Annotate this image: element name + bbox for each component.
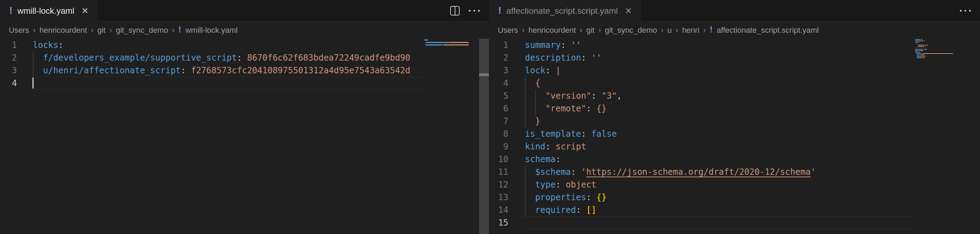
minimap-line <box>424 40 428 41</box>
minimap-line <box>924 46 926 47</box>
tab-wmill-lock-yaml[interactable]: ! wmill-lock.yaml ✕ <box>0 0 98 22</box>
minimap-line <box>915 49 923 50</box>
code-text: required: [] <box>525 204 596 217</box>
line-number: 2 <box>489 51 508 64</box>
code-text: f/developers_example/supportive_script: … <box>33 51 410 64</box>
breadcrumb-item[interactable]: git_sync_demo <box>116 26 168 35</box>
code-line[interactable]: 4 { <box>489 77 914 90</box>
line-number: 3 <box>489 64 508 77</box>
breadcrumb-separator-icon: › <box>33 26 35 35</box>
code-text: u/henri/affectionate_script: f2768573cfc… <box>33 64 410 77</box>
minimap-line <box>425 42 449 43</box>
line-number: 13 <box>489 191 508 204</box>
scrollbar-right[interactable] <box>970 39 970 234</box>
close-tab-icon[interactable]: ✕ <box>625 6 632 16</box>
code-line[interactable]: 13 properties: {} <box>489 191 914 204</box>
yaml-file-icon: ! <box>710 25 713 35</box>
editor-left[interactable]: 1locks:2 f/developers_example/supportive… <box>0 39 424 234</box>
code-line[interactable]: 5 "version": "3", <box>489 90 914 102</box>
vscode-split-editor: ! wmill-lock.yaml ✕ Users›henricourdent›… <box>0 0 980 234</box>
code-line[interactable]: 1locks: <box>0 39 424 51</box>
scrollbar-left[interactable] <box>479 39 489 234</box>
editor-right[interactable]: 1summary: ''2description: ''3lock: |4 {5… <box>489 39 914 234</box>
code-text: } <box>525 115 540 128</box>
code-line[interactable]: 2description: '' <box>489 51 914 64</box>
minimap-line <box>918 45 924 46</box>
code-line[interactable]: 9kind: script <box>489 140 914 153</box>
tab-affectionate-script-yaml[interactable]: ! affectionate_script.script.yaml ✕ <box>489 0 641 22</box>
code-line[interactable]: 14 required: [] <box>489 204 914 217</box>
code-line[interactable]: 6 "remote": {} <box>489 102 914 115</box>
minimap-right[interactable] <box>914 39 967 234</box>
breadcrumb-item[interactable]: Users <box>498 26 518 35</box>
current-line-highlight <box>31 77 424 90</box>
breadcrumb-item[interactable]: git <box>97 26 105 35</box>
breadcrumb-item[interactable]: u <box>668 26 672 35</box>
breadcrumb-separator-icon: › <box>110 26 112 35</box>
code-text: { <box>525 77 540 90</box>
minimap-line <box>916 47 917 48</box>
minimap-line <box>921 39 923 40</box>
code-text: kind: script <box>525 140 586 153</box>
code-line[interactable]: 7 } <box>489 115 914 128</box>
minimap-line <box>916 53 921 54</box>
minimap-line <box>924 49 928 50</box>
breadcrumb-file[interactable]: wmill-lock.yaml <box>185 26 238 35</box>
line-number: 8 <box>489 128 508 140</box>
split-editor-icon[interactable] <box>450 6 460 16</box>
more-actions-icon[interactable] <box>469 10 480 12</box>
minimap-line <box>919 55 920 55</box>
minimap-line <box>923 53 953 54</box>
minimap-line <box>916 56 923 57</box>
code-line[interactable]: 4 <box>0 77 424 90</box>
code-line[interactable]: 8is_template: false <box>489 128 914 140</box>
minimap-line <box>919 51 923 51</box>
code-line[interactable]: 2 f/developers_example/supportive_script… <box>0 51 424 64</box>
code-line[interactable]: 12 type: object <box>489 178 914 191</box>
breadcrumb-left: Users›henricourdent›git›git_sync_demo›!w… <box>0 22 489 39</box>
minimap-line <box>920 55 924 55</box>
breadcrumb-item[interactable]: henricourdent <box>40 26 87 35</box>
minimap-line <box>916 55 919 55</box>
code-line[interactable]: 1summary: '' <box>489 39 914 51</box>
code-text: "version": "3", <box>525 90 622 102</box>
line-number: 6 <box>489 102 508 115</box>
line-number: 4 <box>489 77 508 90</box>
minimap-line <box>923 56 924 57</box>
more-actions-icon[interactable] <box>960 10 971 12</box>
minimap-line <box>449 42 449 43</box>
minimap-line <box>920 39 920 40</box>
yaml-file-icon: ! <box>498 6 501 16</box>
breadcrumb-separator-icon: › <box>91 26 93 35</box>
breadcrumb-item[interactable]: henricourdent <box>528 26 576 35</box>
minimap-line <box>915 42 918 43</box>
breadcrumb-separator-icon: › <box>598 26 601 35</box>
code-text: summary: '' <box>525 39 581 51</box>
line-number: 1 <box>0 39 17 51</box>
breadcrumb-separator-icon: › <box>676 26 678 35</box>
breadcrumb-item[interactable]: henri <box>682 26 699 35</box>
minimap-line <box>443 44 469 46</box>
line-number: 5 <box>489 90 508 102</box>
close-tab-icon[interactable]: ✕ <box>81 6 89 16</box>
breadcrumb-item[interactable]: git_sync_demo <box>605 26 657 35</box>
code-line[interactable]: 10schema: <box>489 153 914 166</box>
line-number: 9 <box>489 140 508 153</box>
code-line[interactable]: 15 <box>489 217 914 229</box>
minimap-line <box>919 42 920 43</box>
code-line[interactable]: 3lock: | <box>489 64 914 77</box>
minimap-line <box>918 42 919 43</box>
breadcrumb-file[interactable]: affectionate_script.script.yaml <box>717 26 819 35</box>
minimap-line <box>442 44 442 46</box>
tab-label: affectionate_script.script.yaml <box>506 6 618 16</box>
tabbar-right: ! affectionate_script.script.yaml ✕ <box>489 0 980 22</box>
breadcrumb-right: Users›henricourdent›git›git_sync_demo›u›… <box>489 22 980 39</box>
code-line[interactable]: 3 u/henri/affectionate_script: f2768573c… <box>0 64 424 77</box>
code-text: type: object <box>525 178 596 191</box>
breadcrumb-item[interactable]: git <box>586 26 595 35</box>
breadcrumb-item[interactable]: Users <box>9 26 29 35</box>
minimap-left[interactable] <box>424 39 479 234</box>
code-line[interactable]: 11 $schema: 'https://json-schema.org/dra… <box>489 166 914 178</box>
line-number: 7 <box>489 115 508 128</box>
line-number: 10 <box>489 153 508 166</box>
